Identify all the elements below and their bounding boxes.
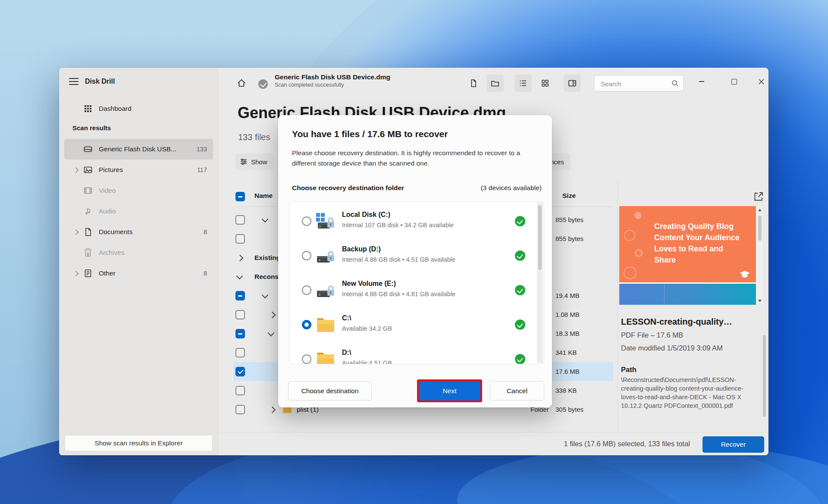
radio-unselected[interactable] (302, 216, 311, 226)
sidebar-item-other[interactable]: Other 8 (64, 263, 213, 284)
chevron-right-icon[interactable] (73, 229, 78, 235)
sidebar-item-label: Archives (99, 242, 124, 263)
disk-drill-window: Disk Drill Dashboard Scan results Generi… (59, 68, 768, 455)
preview-file-title: LESSON-creating-quality… (621, 317, 762, 327)
destination-details: Internal 4.88 GB disk • 4.81 GB availabl… (342, 291, 455, 297)
row-checkbox[interactable] (235, 386, 245, 395)
scroll-up-arrow[interactable] (758, 209, 762, 211)
chevron-right-icon[interactable] (269, 407, 276, 413)
scroll-thumb[interactable] (538, 205, 542, 270)
row-size: 19.4 MB (555, 286, 580, 305)
selection-status: 1 files (17.6 MB) selected, 133 files to… (564, 432, 690, 455)
folder-view-button[interactable] (486, 75, 504, 92)
radio-selected[interactable] (302, 320, 311, 329)
recovery-chances-button-fragment[interactable]: nces (550, 153, 570, 170)
destination-new-volume-e[interactable]: New Volume (E:) Internal 4.88 GB disk • … (289, 273, 538, 307)
row-checkbox[interactable] (235, 215, 245, 225)
drive-icon (315, 282, 336, 300)
ok-check-icon (515, 216, 525, 226)
close-button[interactable] (751, 73, 768, 90)
chevron-right-icon[interactable] (237, 255, 244, 262)
graduation-cap-icon (740, 271, 750, 278)
search-box[interactable] (594, 75, 684, 91)
row-size: 17.6 MB (555, 362, 580, 381)
home-button[interactable] (233, 75, 250, 92)
destination-c-root[interactable]: C:\ Available 34.2 GB (289, 307, 538, 342)
choose-destination-button[interactable]: Choose destination (288, 381, 372, 401)
row-checkbox[interactable] (235, 367, 245, 376)
maximize-button[interactable] (724, 73, 744, 90)
panel-scrollbar-thumb[interactable] (763, 335, 766, 417)
chevron-down-icon[interactable] (268, 330, 275, 337)
files-count: 133 files (238, 132, 270, 142)
row-checkbox[interactable] (235, 348, 245, 357)
destination-name: C:\ (342, 314, 351, 322)
sidebar-item-generic-flash-disk[interactable]: Generic Flash Disk USB... 133 (64, 139, 213, 160)
column-header-name[interactable]: Name (254, 192, 273, 200)
file-count-badge: 117 (197, 160, 207, 180)
pdf-next-page-preview (619, 284, 756, 305)
select-all-checkbox[interactable] (235, 192, 245, 201)
file-count-badge: 8 (204, 263, 207, 284)
sidebar-item-label: Dashboard (99, 98, 132, 119)
preview-date-modified: Date modified 1/5/2019 3:09 AM (621, 344, 723, 352)
destination-backup-d[interactable]: Backup (D:) Internal 4.88 GB disk • 4.51… (289, 238, 538, 273)
sidebar-item-label: Audio (99, 201, 116, 222)
open-preview-external-icon[interactable] (753, 191, 764, 202)
search-icon (671, 80, 679, 87)
path-value: \Reconstructed\Documents\pdf\LESSON-crea… (621, 376, 760, 410)
sidebar-item-pictures[interactable]: Pictures 117 (64, 160, 213, 180)
grid-view-button[interactable] (536, 75, 554, 92)
cancel-button[interactable]: Cancel (490, 381, 544, 401)
folder-icon (315, 316, 336, 334)
show-filter-button[interactable]: Show (235, 153, 273, 170)
chevron-right-icon[interactable] (73, 271, 78, 276)
destination-local-disk-c[interactable]: Local Disk (C:) Internal 107 GB disk • 3… (289, 204, 538, 238)
ok-check-icon (515, 354, 525, 364)
show-scan-results-in-explorer-button[interactable]: Show scan results in Explorer (65, 435, 213, 451)
minimize-button[interactable] (692, 73, 712, 90)
preview-panel-toggle-button[interactable] (564, 75, 581, 92)
row-size: 1.08 MB (555, 305, 580, 324)
destination-name: New Volume (E:) (342, 280, 396, 288)
sidebar-item-label: Other (99, 263, 116, 284)
chevron-right-icon[interactable] (73, 167, 78, 173)
pdf-slide-preview: Creating Quality Blog Content Your Audie… (619, 206, 756, 282)
radio-unselected[interactable] (302, 285, 311, 295)
search-input[interactable] (600, 76, 671, 91)
devices-available-label: (3 devices available) (481, 184, 542, 192)
destination-name: Backup (D:) (342, 245, 381, 253)
show-filter-label: Show (251, 158, 267, 166)
slide-title: Creating Quality Blog Content Your Audie… (654, 221, 746, 266)
radio-unselected[interactable] (302, 251, 311, 260)
chevron-down-icon[interactable] (262, 292, 269, 299)
row-checkbox[interactable] (235, 310, 245, 319)
chevron-down-icon[interactable] (236, 273, 243, 280)
scroll-thumb[interactable] (758, 216, 762, 241)
row-checkbox[interactable] (235, 234, 245, 244)
sidebar-item-documents[interactable]: Documents 8 (64, 222, 213, 242)
dashboard-grid-icon (83, 104, 93, 113)
hamburger-menu-icon[interactable] (69, 78, 78, 86)
radio-unselected[interactable] (302, 354, 311, 364)
chevron-down-icon[interactable] (262, 216, 269, 223)
folder-icon (315, 351, 336, 364)
windows-drive-icon (315, 213, 336, 231)
destination-list-scrollbar[interactable] (537, 203, 543, 363)
row-checkbox[interactable] (235, 405, 245, 414)
recover-button[interactable]: Recover (703, 436, 764, 453)
destination-d-root[interactable]: D:\ Available 4.51 GB (289, 342, 538, 364)
row-checkbox[interactable] (235, 291, 245, 301)
file-preview[interactable]: Creating Quality Blog Content Your Audie… (619, 206, 763, 305)
list-view-button[interactable] (514, 75, 532, 92)
next-button[interactable]: Next (417, 379, 482, 402)
sidebar-item-dashboard[interactable]: Dashboard (64, 98, 213, 119)
row-size: 18.3 MB (555, 324, 580, 343)
file-view-button[interactable] (465, 75, 482, 92)
row-checkbox[interactable] (235, 329, 245, 338)
chevron-right-icon[interactable] (269, 312, 276, 319)
sidebar-item-video: Video (64, 180, 213, 201)
preview-scrollbar[interactable] (757, 206, 763, 305)
column-header-size[interactable]: Size (562, 192, 576, 200)
scroll-down-arrow[interactable] (758, 300, 762, 302)
